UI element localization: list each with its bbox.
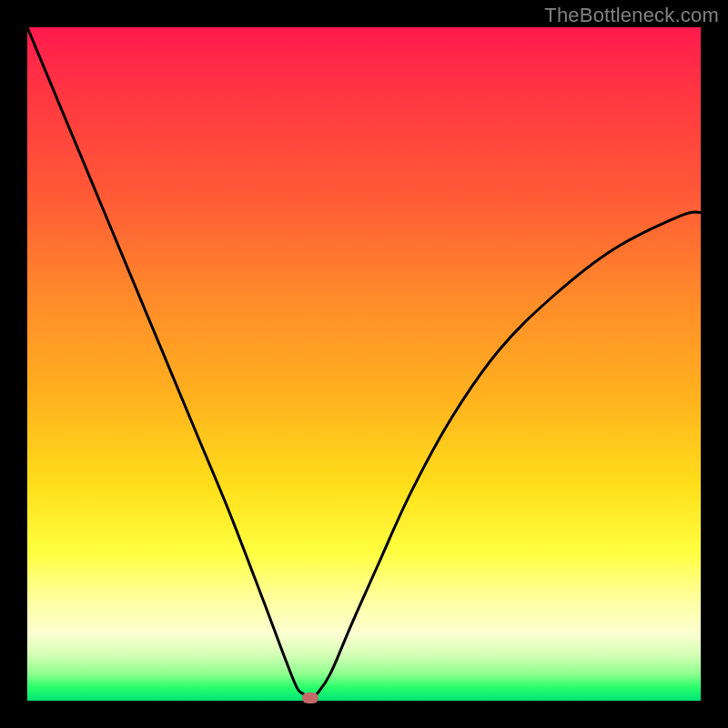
bottleneck-curve <box>27 27 701 701</box>
chart-frame: TheBottleneck.com <box>0 0 728 728</box>
minimum-marker <box>302 693 318 703</box>
plot-area <box>27 27 701 701</box>
watermark-text: TheBottleneck.com <box>544 4 719 27</box>
